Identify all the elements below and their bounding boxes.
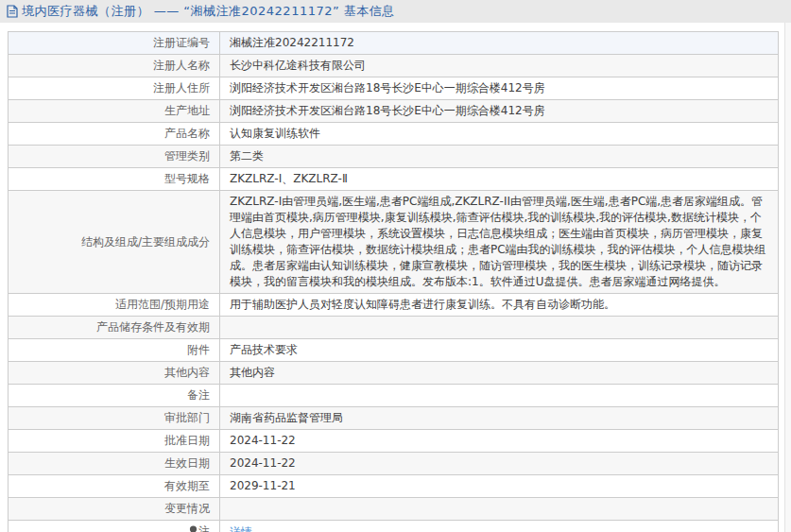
note-bulb-icon xyxy=(189,524,198,532)
row-label: 审批部门 xyxy=(9,407,220,430)
table-row: 管理类别 第二类 xyxy=(9,146,779,168)
table-row: 生效日期 2024-11-22 xyxy=(9,453,779,475)
table-row: 附件 产品技术要求 xyxy=(9,339,779,362)
row-value: 2024-11-22 xyxy=(220,430,779,453)
row-value: ZKZLRZ-I由管理员端,医生端,患者PC端组成,ZKZLRZ-II由管理员端… xyxy=(220,191,779,294)
table-row: 备注 xyxy=(9,385,779,407)
row-value: 用于辅助医护人员对轻度认知障碍患者进行康复训练。不具有自动诊断功能。 xyxy=(220,294,779,317)
table-row: 结构及组成/主要组成成分 ZKZLRZ-I由管理员端,医生端,患者PC端组成,Z… xyxy=(9,191,779,294)
row-value: 认知康复训练软件 xyxy=(220,123,779,146)
row-label: 注册人住所 xyxy=(9,77,220,100)
table-row-note: 注 详情 xyxy=(9,521,779,532)
table-row: 型号规格 ZKZLRZ-Ⅰ、ZKZLRZ-Ⅱ xyxy=(9,168,779,191)
row-value: 2029-11-21 xyxy=(220,475,779,498)
row-label: 注 xyxy=(9,521,220,532)
row-label: 变更情况 xyxy=(9,498,220,521)
row-label: 生产地址 xyxy=(9,100,220,123)
row-value: 浏阳经济技术开发区湘台路18号长沙E中心一期综合楼412号房 xyxy=(220,100,779,123)
table-row: 注册人名称 长沙中科亿途科技有限公司 xyxy=(9,55,779,77)
row-label: 产品名称 xyxy=(9,123,220,146)
table-row: 审批部门 湖南省药品监督管理局 xyxy=(9,407,779,430)
table-row: 批准日期 2024-11-22 xyxy=(9,430,779,453)
row-label: 注册人名称 xyxy=(9,55,220,77)
row-value: ZKZLRZ-Ⅰ、ZKZLRZ-Ⅱ xyxy=(220,168,779,191)
row-value: 湘械注准20242211172 xyxy=(220,32,779,55)
row-value xyxy=(220,317,779,339)
row-value: 第二类 xyxy=(220,146,779,168)
row-label: 生效日期 xyxy=(9,453,220,475)
table-row: 适用范围/预期用途 用于辅助医护人员对轻度认知障碍患者进行康复训练。不具有自动诊… xyxy=(9,294,779,317)
row-value: 长沙中科亿途科技有限公司 xyxy=(220,55,779,77)
page-title: 境内医疗器械（注册） —— “湘械注准20242211172” 基本信息 xyxy=(22,3,395,20)
row-value: 湖南省药品监督管理局 xyxy=(220,407,779,430)
table-row: 生产地址 浏阳经济技术开发区湘台路18号长沙E中心一期综合楼412号房 xyxy=(9,100,779,123)
header-bar: 境内医疗器械（注册） —— “湘械注准20242211172” 基本信息 xyxy=(0,0,791,23)
details-link[interactable]: 详情 xyxy=(230,525,252,532)
row-label: 批准日期 xyxy=(9,430,220,453)
row-label: 适用范围/预期用途 xyxy=(9,294,220,317)
row-value: 浏阳经济技术开发区湘台路18号长沙E中心一期综合楼412号房 xyxy=(220,77,779,100)
row-label: 结构及组成/主要组成成分 xyxy=(9,191,220,294)
table-row: 其他内容 其他内容 xyxy=(9,362,779,385)
table-row: 注册人住所 浏阳经济技术开发区湘台路18号长沙E中心一期综合楼412号房 xyxy=(9,77,779,100)
row-value: 2024-11-22 xyxy=(220,453,779,475)
row-label: 型号规格 xyxy=(9,168,220,191)
row-label: 管理类别 xyxy=(9,146,220,168)
row-value xyxy=(220,385,779,407)
row-label: 其他内容 xyxy=(9,362,220,385)
table-row: 产品储存条件及有效期 xyxy=(9,317,779,339)
row-label: 注册证编号 xyxy=(9,32,220,55)
row-value: 产品技术要求 xyxy=(220,339,779,362)
table-row: 有效期至 2029-11-21 xyxy=(9,475,779,498)
document-icon xyxy=(7,5,18,18)
row-value: 详情 xyxy=(220,521,779,532)
table-row: 产品名称 认知康复训练软件 xyxy=(9,123,779,146)
note-label-text: 注 xyxy=(198,524,210,532)
row-label: 产品储存条件及有效期 xyxy=(9,317,220,339)
row-label: 附件 xyxy=(9,339,220,362)
table-row: 变更情况 xyxy=(9,498,779,521)
row-value xyxy=(220,498,779,521)
row-label: 有效期至 xyxy=(9,475,220,498)
row-value: 其他内容 xyxy=(220,362,779,385)
registration-info-table: 注册证编号 湘械注准20242211172 注册人名称 长沙中科亿途科技有限公司… xyxy=(8,31,779,532)
table-row: 注册证编号 湘械注准20242211172 xyxy=(9,32,779,55)
row-label: 备注 xyxy=(9,385,220,407)
vertical-scrollbar[interactable] xyxy=(784,23,791,532)
